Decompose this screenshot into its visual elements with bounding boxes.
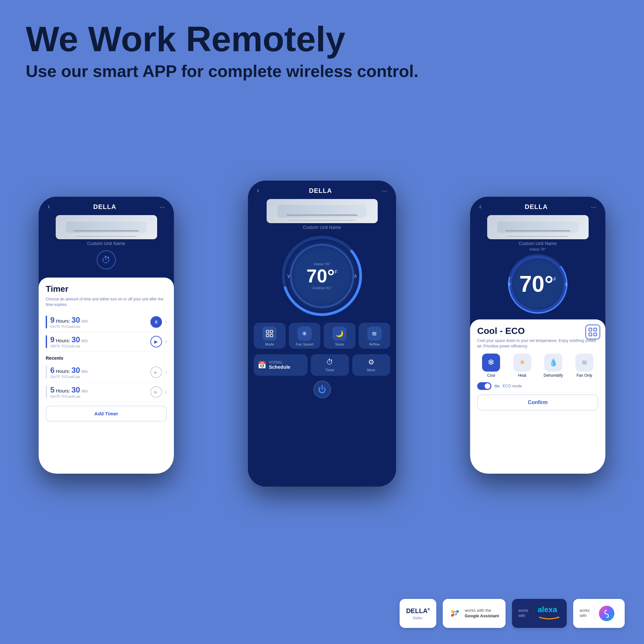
ac-unit-center (267, 199, 378, 223)
airflow-button[interactable]: ≋ Airflow (359, 323, 391, 349)
recent-item-2[interactable]: 5 Hours: 30 Min On/75 °F/Cool/Low ▶ › (46, 382, 167, 402)
header: We Work Remotely Use our smart APP for c… (0, 0, 644, 90)
alexa-badge: works with alexa (512, 599, 567, 628)
outdoor-label-center: Outdoor 81° (312, 286, 331, 290)
timer-label-center: Timer (326, 368, 335, 372)
unit-name-right: Custom Unit Name (519, 241, 557, 246)
timer1-chevron-icon: › (165, 319, 167, 325)
mode-cool[interactable]: ❄ Cool (477, 354, 505, 378)
google-badge: G works with the Google Assistant (443, 599, 505, 628)
svg-point-12 (451, 614, 454, 617)
center-phone-topbar: ‹ DELLA ··· (248, 181, 396, 197)
mode-heat[interactable]: ☀ Heat (508, 354, 536, 378)
airflow-label: Airflow (369, 342, 380, 346)
recent1-chevron-icon: › (165, 369, 167, 375)
center-menu-dots[interactable]: ··· (382, 187, 387, 194)
fanonly-icon: ≋ (575, 354, 593, 372)
sleep-label: Sleep (335, 342, 344, 346)
back-arrow-icon[interactable]: ‹ (48, 203, 50, 211)
mode-grid: ❄ Cool ☀ Heat 💧 Dehumidify ≋ Fan Only (477, 354, 598, 378)
recent-item-1[interactable]: 6 Hours: 30 Min On/75 °F/Cool/Low ▶ › (46, 363, 167, 382)
recent1-play-btn[interactable]: ▶ (150, 366, 162, 378)
temp-down-chevron[interactable]: ∨ (287, 272, 291, 279)
timer-desc: Choose an amount of time and either turn… (46, 297, 167, 308)
unit-name-center: Custom Unit Name (303, 225, 341, 230)
right-temp-up[interactable]: ∧ (564, 280, 568, 288)
mode-fanonly[interactable]: ≋ Fan Only (571, 354, 599, 378)
ac-unit-right (487, 215, 589, 239)
recent2-hours: 5 Hours: 30 Min (50, 385, 147, 394)
grid-view-button[interactable] (585, 325, 600, 339)
temp-value-center: 70° (307, 267, 335, 285)
mode-dehumidify[interactable]: 💧 Dehumidify (539, 354, 567, 378)
della-plus-label: Della+ (413, 616, 423, 620)
left-phone-topbar: ‹ DELLA ··· (39, 197, 174, 213)
right-back-icon[interactable]: ‹ (479, 203, 481, 211)
more-label: More (367, 368, 375, 372)
badges-area: DELLA® Della+ G works with the Google As… (400, 599, 625, 628)
fanspeed-label: Fan Speed (296, 342, 313, 346)
eco-mode-label: ECO mode (503, 384, 522, 388)
temp-display-center: Indoor 76° 70° F Outdoor 81° (290, 244, 354, 308)
mode-title: Cool - ECO (477, 326, 598, 336)
timer-button-center[interactable]: ⏱ Timer (311, 354, 349, 376)
phone-right: ‹ DELLA ··· Custom Unit Name Indoor 76° (470, 197, 605, 474)
timer1-play-btn[interactable]: ⏸ (150, 316, 162, 328)
page-subtitle: Use our smart APP for complete wireless … (26, 62, 618, 81)
della-badge: DELLA® Della+ (400, 599, 436, 628)
right-menu-dots[interactable]: ··· (591, 203, 596, 211)
timer-panel: Timer Choose an amount of time and eithe… (39, 278, 174, 474)
fanspeed-icon: ✳ (298, 327, 312, 341)
schedule-button[interactable]: 📅 NORMAL Schedule (254, 354, 308, 376)
google-icon: G (449, 608, 461, 619)
schedule-bar: 📅 NORMAL Schedule ⏱ Timer ⚙ More (248, 353, 396, 377)
airflow-icon: ≋ (367, 327, 382, 341)
sleep-icon: 🌙 (332, 327, 346, 341)
recents-title: Recents (46, 355, 167, 361)
svg-marker-13 (558, 616, 560, 618)
google-badge-text: works with the Google Assistant (465, 608, 499, 619)
timer2-play-btn[interactable]: ▶ (150, 336, 162, 347)
right-indoor-label: Indoor 76° (530, 247, 546, 251)
confirm-button[interactable]: Confirm (477, 394, 598, 411)
add-timer-button[interactable]: Add Timer (46, 406, 167, 421)
timer2-chevron-icon: › (165, 339, 167, 345)
right-temp-down[interactable]: ∨ (507, 280, 511, 288)
center-back-icon[interactable]: ‹ (257, 186, 259, 195)
timer2-hours: 9 Hours: 30 Min (50, 335, 147, 344)
control-buttons: Mode ✳ Fan Speed 🌙 Sleep ≋ Airflow (248, 319, 396, 352)
svg-rect-4 (266, 334, 269, 337)
timer-item-2[interactable]: 9 Hours: 30 Min Off/75 °F/Cool/Low ▶ › (46, 332, 167, 352)
temp-up-chevron[interactable]: ∧ (353, 272, 357, 279)
temp-unit-center: F (335, 269, 338, 274)
svg-rect-2 (266, 330, 269, 333)
recent1-hours: 6 Hours: 30 Min (50, 366, 147, 375)
cool-label: Cool (487, 373, 495, 378)
menu-dots-icon[interactable]: ··· (159, 203, 165, 211)
cool-icon: ❄ (482, 354, 500, 372)
more-button[interactable]: ⚙ More (352, 354, 390, 376)
recent2-play-btn[interactable]: ▶ (150, 386, 162, 398)
heat-icon: ☀ (513, 354, 531, 372)
timer2-sub: Off/75 °F/Cool/Low (50, 344, 147, 348)
recent2-sub: On/75 °F/Cool/Low (50, 394, 147, 398)
right-temp-value: 70° (519, 273, 554, 295)
recent1-sub: On/75 °F/Cool/Low (50, 375, 147, 379)
sleep-button[interactable]: 🌙 Sleep (324, 323, 355, 349)
eco-toggle[interactable] (477, 382, 491, 390)
svg-point-10 (456, 610, 459, 613)
fanspeed-button[interactable]: ✳ Fan Speed (289, 323, 321, 349)
right-temp-area: Indoor 76° 70° F ∨ ∧ (506, 252, 570, 316)
siri-works-text: works with (580, 608, 590, 618)
power-button[interactable]: ⏻ (313, 381, 331, 398)
siri-icon (599, 606, 614, 621)
ac-unit-left (56, 215, 157, 239)
temp-dial-center: Indoor 76° 70° F Outdoor 81° ∨ ∧ (283, 237, 361, 315)
alexa-logo-area: alexa (538, 605, 560, 622)
page-title: We Work Remotely (26, 19, 618, 58)
timer-item-1[interactable]: 9 Hours: 30 Min On/75 °F/Cool/Low ⏸ › (46, 312, 167, 332)
left-brand: DELLA (93, 203, 116, 211)
mode-button[interactable]: Mode (254, 323, 286, 349)
siri-badge: works with (573, 599, 625, 628)
unit-name-left: Custom Unit Name (87, 241, 125, 246)
